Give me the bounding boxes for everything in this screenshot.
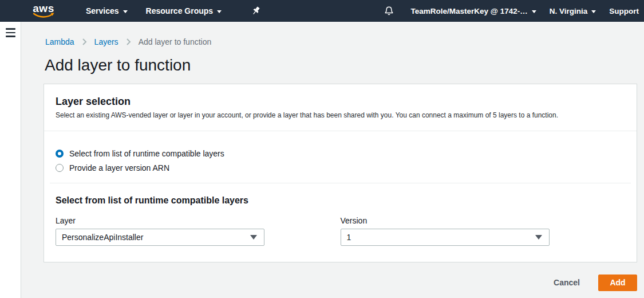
chevron-down-icon [217, 10, 222, 13]
version-field-label: Version [341, 215, 626, 226]
chevron-down-icon [532, 10, 536, 13]
dropdown-arrow-icon [535, 235, 542, 240]
nav-support-label: Support [609, 7, 639, 15]
radio-option-layer-version-arn[interactable]: Provide a layer version ARN [56, 162, 625, 174]
nav-region-menu[interactable]: N. Virginia [550, 7, 596, 15]
layer-select-value: PersonalizeApiInstaller [62, 233, 250, 242]
nav-support-menu[interactable]: Support [609, 7, 639, 15]
card-header: Layer selection Select an existing AWS-v… [44, 84, 637, 131]
main-content: Lambda Layers Add layer to function Add … [22, 22, 644, 298]
breadcrumb-chevron-icon [82, 38, 87, 45]
version-select[interactable]: 1 [341, 229, 550, 246]
cancel-button[interactable]: Cancel [554, 275, 580, 291]
card-description: Select an existing AWS-vended layer or l… [56, 111, 625, 120]
radio-option-runtime-compatible[interactable]: Select from list of runtime compatible l… [56, 148, 625, 159]
nav-resource-groups-menu[interactable]: Resource Groups [146, 6, 222, 15]
nav-account-label: TeamRole/MasterKey @ 1742-… [410, 7, 527, 15]
left-sidebar-rail [0, 22, 21, 298]
version-select-value: 1 [347, 233, 535, 242]
layer-field-label: Layer [56, 215, 341, 226]
aws-logo-text: aws [33, 4, 54, 13]
add-button[interactable]: Add [598, 275, 637, 291]
chevron-down-icon [591, 10, 596, 13]
aws-logo-smile-icon [33, 13, 54, 18]
hamburger-menu-icon[interactable] [6, 28, 15, 37]
nav-right-group: TeamRole/MasterKey @ 1742-… N. Virginia … [384, 6, 644, 16]
breadcrumb-link-lambda[interactable]: Lambda [45, 37, 74, 46]
version-field: Version 1 [341, 215, 626, 246]
layer-select[interactable]: PersonalizeApiInstaller [56, 229, 264, 246]
nav-resource-groups-label: Resource Groups [146, 6, 213, 15]
aws-logo[interactable]: aws [33, 4, 54, 18]
nav-account-menu[interactable]: TeamRole/MasterKey @ 1742-… [410, 7, 536, 15]
radio-option-label: Select from list of runtime compatible l… [69, 148, 224, 159]
chevron-down-icon [123, 10, 128, 13]
field-grid: Layer PersonalizeApiInstaller Version 1 [56, 215, 625, 246]
breadcrumb-current-page: Add layer to function [139, 37, 212, 46]
breadcrumb: Lambda Layers Add layer to function [45, 37, 637, 46]
form-actions: Cancel Add [44, 275, 637, 291]
layer-selection-card: Layer selection Select an existing AWS-v… [44, 84, 637, 262]
notifications-bell-icon[interactable] [384, 6, 394, 16]
card-title: Layer selection [56, 95, 625, 108]
runtime-compatible-layers-section: Select from list of runtime compatible l… [44, 183, 637, 262]
layer-field: Layer PersonalizeApiInstaller [56, 215, 341, 246]
breadcrumb-chevron-icon [126, 38, 131, 45]
radio-selected-icon[interactable] [56, 150, 64, 158]
breadcrumb-link-layers[interactable]: Layers [94, 37, 118, 46]
top-navigation-bar: aws Services Resource Groups T [0, 0, 644, 22]
nav-region-label: N. Virginia [550, 7, 588, 15]
nav-services-menu[interactable]: Services [86, 6, 128, 15]
layer-source-radio-group: Select from list of runtime compatible l… [44, 131, 637, 183]
pushpin-icon[interactable] [251, 6, 260, 16]
page-title: Add layer to function [45, 56, 637, 75]
dropdown-arrow-icon [250, 235, 257, 240]
section-title: Select from list of runtime compatible l… [56, 195, 625, 206]
radio-option-label: Provide a layer version ARN [69, 162, 169, 174]
nav-services-label: Services [86, 6, 119, 15]
radio-unselected-icon[interactable] [56, 164, 64, 172]
